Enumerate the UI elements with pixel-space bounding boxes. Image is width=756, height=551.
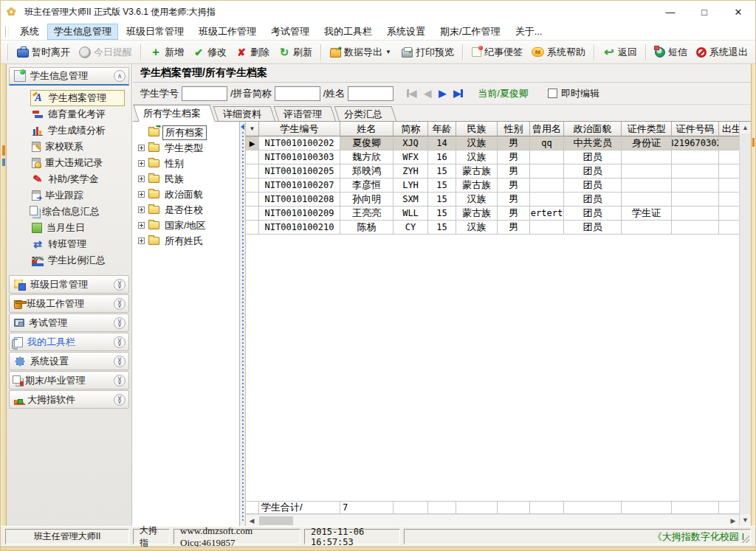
tree-item-gender[interactable]: 性别 bbox=[137, 156, 239, 171]
expand-plus-icon[interactable] bbox=[138, 191, 145, 198]
tree-item-all-files[interactable]: 所有档案 bbox=[137, 125, 239, 140]
print-preview-button[interactable]: 打印预览 bbox=[397, 44, 458, 61]
horizontal-scrollbar[interactable]: ◀ ▶ bbox=[246, 514, 739, 526]
menu-system[interactable]: 系统 bbox=[13, 24, 46, 40]
expand-plus-icon[interactable] bbox=[138, 145, 145, 151]
table-row[interactable]: NIT0010100205郑映鸿ZYH15蒙古族男团员1986 bbox=[246, 164, 739, 179]
tab-all-student-files[interactable]: 所有学生档案 bbox=[136, 105, 213, 122]
name-input[interactable] bbox=[348, 86, 394, 101]
expand-chevron-down-icon[interactable]: ∨∨ bbox=[114, 356, 126, 367]
table-row[interactable]: NIT0010100208孙向明SXM15汉族男团员1986 bbox=[246, 193, 739, 207]
collapse-chevron-up-icon[interactable]: ∧ bbox=[114, 70, 126, 82]
menu-about[interactable]: 关于... bbox=[509, 24, 549, 40]
tree-item-region[interactable]: 国家/地区 bbox=[137, 218, 239, 233]
scroll-up-icon[interactable]: ▲ bbox=[740, 122, 751, 134]
sidebar-section-exam[interactable]: 考试管理∨∨ bbox=[9, 313, 129, 332]
expand-plus-icon[interactable] bbox=[138, 176, 145, 182]
expand-chevron-down-icon[interactable]: ∨∨ bbox=[114, 336, 126, 348]
table-row[interactable]: NIT0010100209王亮亮WLL15蒙古族男ertert团员学生证1986 bbox=[246, 207, 739, 221]
tree-table-splitter[interactable] bbox=[240, 122, 246, 526]
tab-details[interactable]: 详细资料 bbox=[216, 106, 273, 122]
menu-settings[interactable]: 系统设置 bbox=[380, 24, 432, 40]
maximize-button[interactable]: □ bbox=[687, 1, 721, 23]
sidebar-item-violation-record[interactable]: 重大违规记录 bbox=[30, 155, 130, 171]
pause-leave-button[interactable]: 暂时离开 bbox=[13, 44, 75, 61]
sidebar-item-scholarship[interactable]: ✎补助/奖学金 bbox=[30, 171, 130, 187]
col-age[interactable]: 年龄 bbox=[428, 122, 456, 136]
tree-item-boarding[interactable]: 是否住校 bbox=[137, 202, 239, 218]
scroll-down-icon[interactable]: ▼ bbox=[740, 514, 751, 526]
sidebar-section-my-toolbar[interactable]: 我的工具栏∨∨ bbox=[9, 333, 129, 351]
sidebar-item-class-transfer[interactable]: ⇄转班管理 bbox=[30, 236, 130, 252]
back-button[interactable]: ↩返回 bbox=[599, 44, 642, 61]
add-button[interactable]: +新增 bbox=[145, 44, 188, 61]
minimize-button[interactable]: — bbox=[653, 1, 687, 23]
sidebar-item-home-school[interactable]: 家校联系 bbox=[30, 139, 130, 155]
col-nation[interactable]: 民族 bbox=[456, 122, 498, 136]
menu-my-toolbar[interactable]: 我的工具栏 bbox=[317, 24, 379, 40]
expand-plus-icon[interactable] bbox=[138, 222, 145, 229]
delete-button[interactable]: ✘删除 bbox=[231, 44, 274, 61]
col-id-type[interactable]: 证件类型 bbox=[622, 122, 672, 136]
table-row[interactable]: NIT0010100210陈杨CY15汉族男团员1986 bbox=[246, 221, 739, 235]
sidebar-section-student-info[interactable]: 学生信息管理 ∧ bbox=[9, 67, 129, 86]
tree-item-political[interactable]: 政治面貌 bbox=[137, 187, 239, 202]
sidebar-item-info-summary[interactable]: 综合信息汇总 bbox=[30, 204, 130, 220]
expand-chevron-down-icon[interactable]: ∨∨ bbox=[114, 317, 126, 329]
memo-note-button[interactable]: 纪事便签 bbox=[467, 44, 527, 61]
export-dropdown-icon[interactable]: ▼ bbox=[385, 49, 393, 55]
refresh-button[interactable]: ↻刷新 bbox=[274, 44, 317, 61]
menu-student-info[interactable]: 学生信息管理 bbox=[47, 24, 118, 40]
nav-next-button[interactable]: ▶ bbox=[439, 88, 446, 99]
sidebar-item-birthday[interactable]: 当月生日 bbox=[30, 220, 130, 236]
table-row[interactable]: ▶ NIT0010100202夏俊卿XJQ14汉族男qq中共党员身份证28219… bbox=[246, 136, 739, 150]
sidebar-item-score-analysis[interactable]: 学生成绩分析 bbox=[30, 122, 130, 139]
col-sex[interactable]: 性别 bbox=[498, 122, 530, 136]
col-id-number[interactable]: 证件号码 bbox=[672, 122, 719, 136]
today-reminder-button[interactable]: 今日提醒 bbox=[75, 44, 137, 61]
tab-comments[interactable]: 评语管理 bbox=[276, 106, 334, 122]
sidebar-section-term-end[interactable]: 期末/毕业管理∨∨ bbox=[9, 371, 129, 389]
col-abbr[interactable]: 简称 bbox=[394, 122, 428, 136]
nav-last-button[interactable]: ▶ bbox=[453, 88, 463, 99]
menu-term-end[interactable]: 期末/工作管理 bbox=[433, 24, 507, 40]
tab-category-summary[interactable]: 分类汇总 bbox=[337, 106, 394, 122]
sidebar-item-moral-eval[interactable]: 德育量化考评 bbox=[30, 106, 130, 122]
sidebar-section-thumb-software[interactable]: 大拇指软件∨∨ bbox=[9, 390, 129, 409]
table-row[interactable]: NIT0010100303魏方欣WFX16汉族男团员1986 bbox=[246, 150, 739, 164]
sidebar-section-settings[interactable]: 系统设置∨∨ bbox=[9, 352, 129, 370]
menu-class-daily[interactable]: 班级日常管理 bbox=[120, 24, 190, 40]
tree-item-student-type[interactable]: 学生类型 bbox=[137, 140, 239, 156]
col-birth[interactable]: 出生日期 bbox=[719, 122, 739, 136]
sidebar-item-ratio-summary[interactable]: 50%学生比例汇总 bbox=[30, 252, 130, 268]
table-row[interactable]: NIT0010100207李彦恒LYH15蒙古族男团员1986 bbox=[246, 179, 739, 193]
tree-item-nation[interactable]: 民族 bbox=[137, 171, 239, 187]
col-former-name[interactable]: 曾用名 bbox=[530, 122, 564, 136]
instant-edit-checkbox[interactable] bbox=[548, 89, 557, 98]
system-exit-button[interactable]: 系统退出 bbox=[692, 44, 752, 61]
pinyin-input[interactable] bbox=[275, 86, 320, 101]
expand-chevron-down-icon[interactable]: ∨∨ bbox=[114, 298, 126, 310]
student-id-input[interactable] bbox=[182, 86, 227, 101]
expand-plus-icon[interactable] bbox=[138, 238, 145, 244]
system-help-button[interactable]: hi系统帮助 bbox=[527, 44, 590, 61]
col-political[interactable]: 政治面貌 bbox=[564, 122, 622, 136]
grid-options-icon[interactable]: ▼ bbox=[250, 125, 255, 132]
col-student-id[interactable]: 学生编号 bbox=[259, 122, 340, 136]
sidebar-item-graduate-track[interactable]: 毕业跟踪 bbox=[30, 187, 130, 204]
col-name[interactable]: 姓名 bbox=[340, 122, 394, 136]
nav-first-button[interactable]: ◀ bbox=[407, 88, 416, 99]
tree-item-surnames[interactable]: 所有姓氏 bbox=[137, 233, 239, 249]
expand-chevron-down-icon[interactable]: ∨∨ bbox=[114, 375, 126, 387]
menu-exam[interactable]: 考试管理 bbox=[264, 24, 316, 40]
sidebar-section-class-daily[interactable]: 班级日常管理∨∨ bbox=[9, 275, 129, 294]
menu-class-work[interactable]: 班级工作管理 bbox=[192, 24, 263, 40]
expand-chevron-down-icon[interactable]: ∨∨ bbox=[114, 279, 126, 291]
nav-prev-button[interactable]: ◀ bbox=[424, 88, 431, 99]
close-button[interactable]: ✕ bbox=[721, 1, 755, 23]
splitter-collapse-icon[interactable] bbox=[241, 124, 244, 130]
sms-button[interactable]: 短信 bbox=[650, 44, 692, 61]
scroll-right-icon[interactable]: ▶ bbox=[727, 517, 739, 524]
expand-plus-icon[interactable] bbox=[138, 160, 145, 167]
expand-chevron-down-icon[interactable]: ∨∨ bbox=[114, 394, 126, 406]
